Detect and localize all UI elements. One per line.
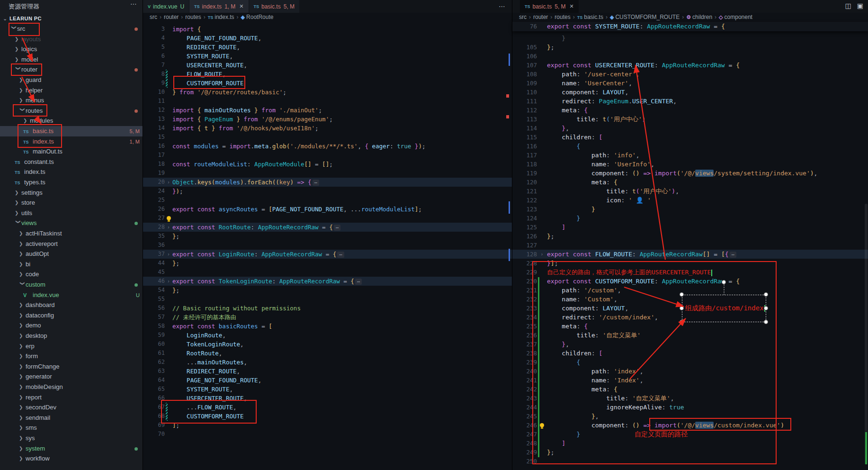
code-line-123[interactable]: 123 }: [512, 205, 868, 214]
resize-handle[interactable]: [680, 320, 684, 324]
code-line-46[interactable]: 46›export const TokenLoginRoute: AppRout…: [143, 277, 512, 286]
code-line-57[interactable]: 57// 未经许可的基本路由: [143, 313, 512, 322]
breadcrumb-item-CUSTOMFORM_ROUTE[interactable]: ◈CUSTOMFORM_ROUTE: [610, 14, 680, 20]
code-line-64[interactable]: 64 PAGE_NOT_FOUND_ROUTE,: [143, 376, 512, 385]
tree-item-desktop[interactable]: ❯desktop: [0, 331, 143, 341]
tree-item-utils[interactable]: ❯utils: [0, 208, 143, 218]
tree-item-layouts[interactable]: ❯layouts: [0, 34, 143, 45]
code-line-26[interactable]: 26export const asyncRoutes = [PAGE_NOT_F…: [143, 205, 512, 214]
fold-chevron-icon[interactable]: ›: [165, 178, 172, 187]
tree-item-menus[interactable]: ❯menus: [0, 95, 143, 106]
code-line-3[interactable]: 3import {: [143, 25, 512, 34]
code-line-68[interactable]: 68 CUSTOMFORM_ROUTE: [143, 412, 512, 421]
code-line-58[interactable]: 58export const basicRoutes = [: [143, 322, 512, 331]
breadcrumb-item-routes[interactable]: routes: [555, 14, 570, 20]
code-line-114[interactable]: 114 },: [512, 124, 868, 133]
code-line-35[interactable]: 35};: [143, 232, 512, 241]
code-line-45[interactable]: 45: [143, 268, 512, 277]
tree-item-system[interactable]: ❯system: [0, 443, 143, 454]
workspace-header[interactable]: ⌄LEARUN PC: [0, 13, 143, 24]
code-line-231[interactable]: 231 path: '/custom',: [512, 286, 868, 295]
tree-item-constant-ts[interactable]: TSconstant.ts: [0, 157, 143, 167]
code-line-62[interactable]: 62 ...mainOutRoutes,: [143, 358, 512, 367]
code-line-70[interactable]: 70: [143, 430, 512, 439]
code-line-237[interactable]: 237 },: [512, 340, 868, 349]
tree-item-workflow[interactable]: ❯workflow: [0, 453, 143, 464]
code-line-115[interactable]: 115 children: [: [512, 133, 868, 142]
close-icon[interactable]: ✕: [570, 3, 574, 9]
code-line-241[interactable]: 241 name: 'Index',: [512, 376, 868, 385]
code-line-239[interactable]: 239 {: [512, 358, 868, 367]
annotation-note-box[interactable]: 组成路由/custom/index: [682, 295, 766, 322]
code-line-235[interactable]: 235 meta: {: [512, 322, 868, 331]
tree-item-code[interactable]: ❯code: [0, 269, 143, 280]
code-line-118[interactable]: 118 name: 'UserInfo',: [512, 160, 868, 169]
code-line-120[interactable]: 120 meta: {: [512, 178, 868, 187]
tree-item-demo[interactable]: ❯demo: [0, 320, 143, 331]
code-line-54[interactable]: 54};: [143, 286, 512, 295]
code-line-59[interactable]: 59 LoginRoute,: [143, 331, 512, 340]
fold-chevron-icon[interactable]: ›: [537, 250, 547, 259]
code-line-17[interactable]: 17: [143, 151, 512, 160]
code-line-18[interactable]: 18const routeModuleList: AppRouteModule[…: [143, 160, 512, 169]
code-line-55[interactable]: 55: [143, 295, 512, 304]
breadcrumb-item-routes[interactable]: routes: [185, 14, 201, 20]
code-line-124[interactable]: 124 }: [512, 214, 868, 223]
breadcrumb-item-src[interactable]: src: [519, 14, 527, 20]
code-line-6[interactable]: 6 SYSTEM_ROUTE,: [143, 52, 512, 61]
tree-item-erp[interactable]: ❯erp: [0, 341, 143, 352]
tree-item-modules[interactable]: ❯modules: [0, 116, 143, 126]
code-line-236[interactable]: 236 title: '自定义菜单': [512, 331, 868, 340]
tree-item-views[interactable]: ❯views: [0, 218, 143, 228]
tab-index-vue[interactable]: Vindex.vueU: [143, 0, 189, 13]
code-line-238[interactable]: 238 children: [: [512, 349, 868, 358]
tree-item-settings[interactable]: ❯settings: [0, 188, 143, 198]
code-line-113[interactable]: 113 title: t('用户中心'): [512, 115, 868, 124]
close-icon[interactable]: ✕: [239, 3, 243, 9]
code-line-122[interactable]: 122 icon: ' 👤 ': [512, 196, 868, 205]
code-line-244[interactable]: 244 ignoreKeepAlive: true: [512, 403, 868, 412]
breadcrumb-item-RootRoute[interactable]: ◈RootRoute: [241, 14, 274, 20]
rotate-handle[interactable]: [722, 280, 726, 284]
code-line-245[interactable]: 245 },: [512, 412, 868, 421]
code-line-121[interactable]: 121 title: t('用户中心'),: [512, 187, 868, 196]
tree-item-model[interactable]: ❯model: [0, 54, 143, 65]
code-line-109[interactable]: 109 name: 'UserCenter',: [512, 79, 868, 88]
tree-item-sms[interactable]: ❯sms: [0, 423, 143, 433]
code-line-28[interactable]: 28›export const RootRoute: AppRouteRecor…: [143, 223, 512, 232]
tab-basic-ts[interactable]: TSbasic.ts5, M✕: [520, 0, 579, 13]
tree-item-dataconfig[interactable]: ❯dataconfig: [0, 310, 143, 321]
code-line-119[interactable]: 119 component: () => import('/@/views/sy…: [512, 169, 868, 178]
tree-item-logics[interactable]: ❯logics: [0, 44, 143, 54]
tree-item-auditOpt[interactable]: ❯auditOpt: [0, 249, 143, 259]
tree-item-form[interactable]: ❯form: [0, 351, 143, 362]
code-line-229[interactable]: 229自己定义的路由，格式可以参考上面的USERCENTER_ROUTE: [512, 268, 868, 277]
code-line-250[interactable]: 250: [512, 457, 868, 466]
code-line-25[interactable]: 25: [143, 196, 512, 205]
tree-item-guard[interactable]: ❯guard: [0, 75, 143, 85]
code-line-63[interactable]: 63 REDIRECT_ROUTE,: [143, 367, 512, 376]
lightbulb-icon[interactable]: [167, 216, 171, 220]
code-line-243[interactable]: 243 title: '自定义菜单',: [512, 394, 868, 403]
tree-item-routes[interactable]: ❯routes: [0, 106, 143, 116]
fold-chevron-icon[interactable]: ›: [165, 250, 172, 259]
fold-chevron-icon[interactable]: ›: [165, 223, 172, 232]
sticky-scroll-line[interactable]: 76export const SYSTEM_ROUTE: AppRouteRec…: [512, 22, 868, 31]
code-line-69[interactable]: 69];: [143, 421, 512, 430]
tree-item-mobileDesign[interactable]: ❯mobileDesign: [0, 382, 143, 392]
code-line-126[interactable]: 126};: [512, 232, 868, 241]
code-line-36[interactable]: 36: [143, 241, 512, 250]
code-line-242[interactable]: 242 meta: {: [512, 385, 868, 394]
code-line-16[interactable]: 16const modules = import.meta.glob('./mo…: [143, 142, 512, 151]
code-line-228[interactable]: 228}];: [512, 259, 868, 268]
tree-item-types-ts[interactable]: TStypes.ts: [0, 177, 143, 188]
tree-item-custom[interactable]: ❯custom: [0, 280, 143, 290]
tree-item-helper[interactable]: ❯helper: [0, 85, 143, 96]
tree-item-actHiTaskinst[interactable]: ❯actHiTaskinst: [0, 228, 143, 239]
tree-item-index-ts[interactable]: TSindex.ts: [0, 167, 143, 177]
code-line-230[interactable]: 230export const CUSTOMFORM_ROUTE: AppRou…: [512, 277, 868, 286]
code-line-27[interactable]: 27: [143, 214, 512, 223]
code-editor-index-ts[interactable]: 3import {4 PAGE_NOT_FOUND_ROUTE,5 REDIRE…: [143, 22, 512, 470]
tree-item-bi[interactable]: ❯bi: [0, 259, 143, 270]
tree-item-secondDev[interactable]: ❯secondDev: [0, 402, 143, 413]
